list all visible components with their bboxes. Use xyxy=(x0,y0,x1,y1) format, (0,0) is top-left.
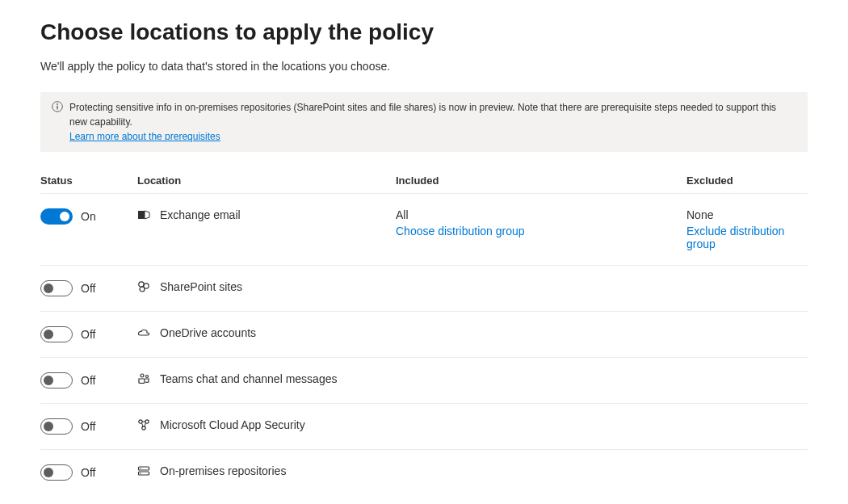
table-row: Off Teams chat and channel messages xyxy=(40,357,808,403)
header-included: Included xyxy=(396,174,686,187)
svg-point-11 xyxy=(142,426,145,430)
sharepoint-icon xyxy=(137,280,150,293)
svg-point-8 xyxy=(146,376,149,378)
status-toggle[interactable] xyxy=(40,418,73,435)
svg-point-1 xyxy=(57,103,58,105)
info-banner: Protecting sensitive info in on-premises… xyxy=(40,92,808,152)
svg-point-7 xyxy=(141,374,144,377)
banner-text: Protecting sensitive info in on-premises… xyxy=(69,102,776,128)
location-name: Teams chat and channel messages xyxy=(160,372,337,385)
table-row: On Exchange email All Choose distributio… xyxy=(40,193,808,265)
locations-table: Status Location Included Excluded On Exc… xyxy=(40,168,808,495)
exchange-icon xyxy=(137,208,150,221)
teams-icon xyxy=(137,372,150,385)
location-name: On-premises repositories xyxy=(160,464,286,477)
onprem-icon xyxy=(137,464,150,477)
header-excluded: Excluded xyxy=(686,174,808,187)
page-title: Choose locations to apply the policy xyxy=(40,19,808,45)
location-name: OneDrive accounts xyxy=(160,326,256,339)
header-status: Status xyxy=(40,174,137,187)
location-name: Exchange email xyxy=(160,208,241,221)
header-location: Location xyxy=(137,174,396,187)
toggle-label: Off xyxy=(81,374,95,387)
excluded-value: None xyxy=(686,208,808,221)
included-value: All xyxy=(396,208,686,221)
toggle-label: Off xyxy=(81,420,95,433)
svg-point-6 xyxy=(140,287,145,292)
status-toggle[interactable] xyxy=(40,208,73,225)
onedrive-icon xyxy=(137,326,150,339)
banner-link[interactable]: Learn more about the prerequisites xyxy=(69,131,220,142)
location-name: SharePoint sites xyxy=(160,280,242,293)
svg-rect-3 xyxy=(138,211,145,219)
toggle-label: On xyxy=(81,210,96,223)
toggle-label: Off xyxy=(81,328,95,341)
table-row: Off On-premises repositories xyxy=(40,449,808,495)
page-subtitle: We'll apply the policy to data that's st… xyxy=(40,60,808,73)
svg-point-14 xyxy=(140,468,141,468)
table-row: Off OneDrive accounts xyxy=(40,311,808,357)
toggle-label: Off xyxy=(81,282,95,295)
status-toggle[interactable] xyxy=(40,280,73,296)
table-row: Off Microsoft Cloud App Security xyxy=(40,403,808,449)
status-toggle[interactable] xyxy=(40,464,73,481)
location-name: Microsoft Cloud App Security xyxy=(160,418,305,431)
status-toggle[interactable] xyxy=(40,326,73,342)
mcas-icon xyxy=(137,418,150,431)
toggle-label: Off xyxy=(81,466,95,479)
table-header-row: Status Location Included Excluded xyxy=(40,168,808,193)
status-toggle[interactable] xyxy=(40,372,73,388)
choose-distribution-group-link[interactable]: Choose distribution group xyxy=(396,225,525,237)
exclude-distribution-group-link[interactable]: Exclude distribution group xyxy=(686,225,784,250)
svg-rect-2 xyxy=(57,106,57,110)
table-row: Off SharePoint sites xyxy=(40,265,808,311)
svg-point-15 xyxy=(140,472,141,473)
info-icon xyxy=(52,101,63,112)
